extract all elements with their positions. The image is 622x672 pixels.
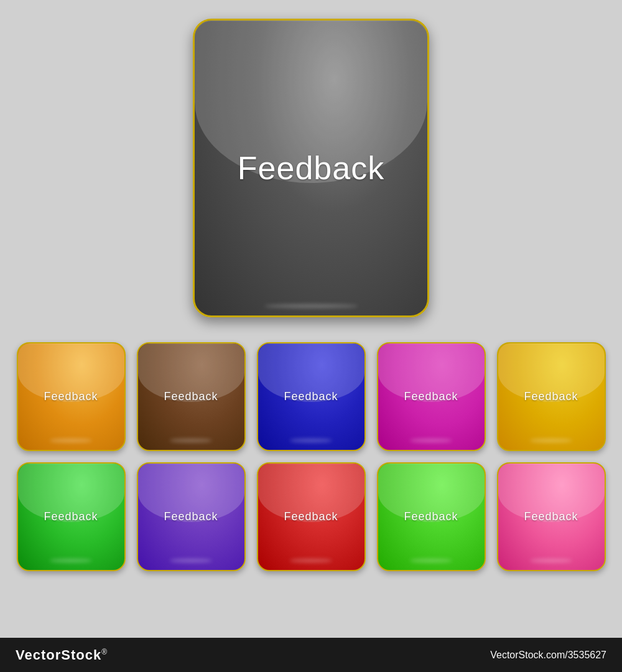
feedback-label-magenta: Feedback [404,390,458,403]
feedback-label-yellow: Feedback [524,390,578,403]
feedback-label-lime: Feedback [404,510,458,523]
feedback-button-large[interactable]: Feedback [193,19,429,317]
feedback-button-green[interactable]: Feedback [17,462,126,571]
feedback-label-brown: Feedback [164,390,218,403]
footer-url: VectorStock.com/3535627 [490,650,606,661]
small-row-1: Feedback Feedback Feedback Feedback Feed… [17,342,606,451]
feedback-button-yellow[interactable]: Feedback [497,342,606,451]
feedback-button-orange[interactable]: Feedback [17,342,126,451]
feedback-button-pink[interactable]: Feedback [497,462,606,571]
footer-logo-sup: ® [101,647,108,656]
small-row-2: Feedback Feedback Feedback Feedback Feed… [17,462,606,571]
feedback-button-dark-blue[interactable]: Feedback [257,342,366,451]
feedback-button-lime[interactable]: Feedback [377,462,486,571]
feedback-label-dark-blue: Feedback [284,390,338,403]
feedback-button-brown[interactable]: Feedback [137,342,246,451]
feedback-label-large: Feedback [238,149,384,187]
feedback-button-red[interactable]: Feedback [257,462,366,571]
small-buttons-grid: Feedback Feedback Feedback Feedback Feed… [17,342,606,571]
feedback-label-pink: Feedback [524,510,578,523]
feedback-button-purple[interactable]: Feedback [137,462,246,571]
feedback-label-green: Feedback [44,510,98,523]
footer: VectorStock® VectorStock.com/3535627 [0,638,622,672]
footer-logo: VectorStock® [16,647,108,663]
large-button-wrapper: Feedback [193,19,429,317]
feedback-label-orange: Feedback [44,390,98,403]
footer-logo-text: VectorStock [16,647,101,663]
feedback-label-red: Feedback [284,510,338,523]
main-container: Feedback Feedback Feedback Feedback Feed… [0,0,622,672]
feedback-label-purple: Feedback [164,510,218,523]
feedback-button-magenta[interactable]: Feedback [377,342,486,451]
